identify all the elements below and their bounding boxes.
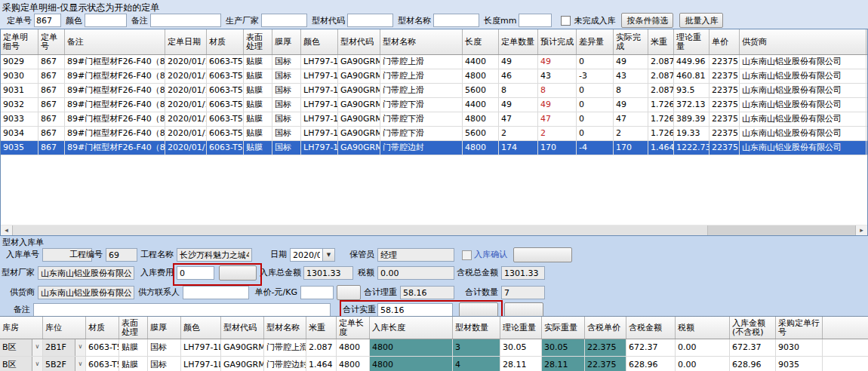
column-header[interactable]: 供货商 <box>740 29 866 54</box>
column-header[interactable]: 型材代码 <box>221 317 264 339</box>
column-header[interactable]: 型材名称 <box>264 317 306 339</box>
inbound-confirm-label: 入库确认 <box>474 248 507 262</box>
actual-weight-share-button[interactable] <box>459 302 498 317</box>
order-row[interactable]: 903286789#门框型材F26-F40（866+867）2020/01/13… <box>1 98 867 112</box>
column-header[interactable]: 入库长度 <box>370 317 453 339</box>
column-header[interactable]: 实际完成 <box>614 29 648 54</box>
column-header[interactable]: 税额 <box>676 317 730 339</box>
order-row[interactable]: 902986789#门框型材F26-F40（866+867）2020/01/13… <box>1 55 867 69</box>
column-header[interactable]: 型材名称 <box>380 29 463 54</box>
column-header[interactable]: 型材数量 <box>453 317 500 339</box>
horizontal-scrollbar[interactable]: ◂ ▸ <box>1 225 867 235</box>
column-header[interactable]: 定单数量 <box>499 29 538 54</box>
column-header[interactable]: 表面处理 <box>119 317 148 339</box>
filter-input-color[interactable] <box>85 14 127 27</box>
filter-by-condition-button[interactable]: 按条件筛选 <box>621 13 673 28</box>
column-header[interactable]: 表面处理 <box>244 29 272 54</box>
column-header[interactable]: 单价 <box>709 29 740 54</box>
column-header[interactable]: 型材代码 <box>338 29 380 54</box>
filter-input-remark[interactable] <box>150 14 221 27</box>
table-cell: 4800 <box>463 69 499 83</box>
unfinished-inbound-checkbox[interactable] <box>561 16 571 26</box>
column-header[interactable]: 长度 <box>463 29 499 54</box>
combo-cell[interactable]: 2B1F∨ <box>43 339 86 356</box>
filter-input-manufacturer[interactable] <box>261 14 307 27</box>
split-location-button[interactable] <box>504 302 543 317</box>
inbound-fee-field[interactable] <box>177 266 214 280</box>
keeper-field[interactable] <box>377 248 454 262</box>
batch-inbound-button[interactable]: 批量入库 <box>679 13 723 28</box>
project-no-field[interactable] <box>106 248 137 262</box>
chevron-down-icon[interactable]: ∨ <box>32 357 42 371</box>
inbound-confirm-checkbox[interactable] <box>462 250 472 260</box>
entry-row[interactable]: B区∨5B2F∨6063-T5贴膜国标LH797-1LL0GA90GRM05门带… <box>0 357 868 371</box>
column-header[interactable]: 定单明细号 <box>1 29 38 54</box>
inbound-total-field[interactable] <box>303 266 353 280</box>
column-header[interactable]: 预计完成 <box>538 29 577 54</box>
total-actual-field[interactable] <box>377 303 453 317</box>
order-row[interactable]: 903386789#门框型材F26-F40（866+867）2020/01/13… <box>1 112 867 127</box>
column-header[interactable]: 入库金额(不含税) <box>730 317 776 339</box>
combo-cell[interactable]: B区∨ <box>0 339 43 356</box>
scrollbar-thumb[interactable] <box>13 225 708 235</box>
column-header[interactable]: 膜厚 <box>272 29 301 54</box>
order-row[interactable]: 903586789#门框型材F26-F40（866+867）2020/01/13… <box>1 141 867 155</box>
column-header[interactable]: 米重 <box>306 317 337 339</box>
combo-cell[interactable]: 5B2F∨ <box>43 357 86 371</box>
calendar-dropdown-icon[interactable]: ▼ <box>323 248 335 262</box>
filter-input-order-no[interactable] <box>34 14 61 27</box>
column-header[interactable]: 定单日期 <box>165 29 207 54</box>
order-row[interactable]: 903186789#门框型材F26-F40（866+867）2020/01/13… <box>1 84 867 98</box>
column-header[interactable]: 膜厚 <box>148 317 181 339</box>
entry-row[interactable]: B区∨2B1F∨6063-T5贴膜国标LH797-1LL0GA90GRM03门带… <box>0 339 868 357</box>
scroll-right-button[interactable]: ▸ <box>855 225 867 235</box>
order-row[interactable]: 903486789#门框型材F26-F40（866+867）2020/01/13… <box>1 127 867 141</box>
column-header[interactable]: 含税金额 <box>626 317 676 339</box>
total-qty-field[interactable] <box>501 286 545 299</box>
total-theory-field[interactable] <box>400 286 454 299</box>
supplier-contact-field[interactable] <box>183 286 249 299</box>
filter-input-profile-code[interactable] <box>347 14 393 27</box>
column-header[interactable]: 定单长度 <box>337 317 370 339</box>
column-header[interactable]: 颜色 <box>301 29 338 54</box>
column-header[interactable]: 含税单价 <box>585 317 626 339</box>
combo-cell[interactable]: B区∨ <box>0 357 43 371</box>
column-header[interactable]: 颜色 <box>181 317 221 339</box>
fee-share-button[interactable] <box>219 265 257 281</box>
project-name-field[interactable] <box>177 248 252 262</box>
chevron-down-icon[interactable]: ∨ <box>75 357 85 371</box>
table-cell: 门带腔下滑 <box>380 127 463 140</box>
table-cell: 628.96 <box>626 357 676 371</box>
chevron-down-icon[interactable]: ∨ <box>32 339 42 356</box>
column-header[interactable]: 实际重量 <box>542 317 585 339</box>
copy-location-button[interactable] <box>513 247 572 262</box>
column-header[interactable]: 材质 <box>86 317 119 339</box>
column-header[interactable]: 库房 <box>0 317 43 339</box>
date-field[interactable] <box>290 248 323 262</box>
column-header[interactable]: 理论重量 <box>674 29 709 54</box>
column-header[interactable]: 材质 <box>207 29 244 54</box>
factory-field[interactable] <box>38 266 134 280</box>
order-row[interactable]: 903086789#门框型材F26-F40（866+867）2020/01/13… <box>1 69 867 84</box>
column-header[interactable]: 库位 <box>43 317 86 339</box>
column-header[interactable]: 定单号 <box>38 29 65 54</box>
column-header[interactable]: 理论重量 <box>500 317 542 339</box>
filter-input-profile-name[interactable] <box>433 14 479 27</box>
table-cell: LH797-1LL0 <box>301 84 338 97</box>
scroll-left-button[interactable]: ◂ <box>1 225 13 235</box>
remark-field[interactable] <box>33 303 331 317</box>
scrollbar-track[interactable] <box>708 225 855 235</box>
chevron-down-icon[interactable]: ∨ <box>75 339 85 356</box>
unit-price-field[interactable] <box>300 286 334 299</box>
project-name-label: 工程名称 <box>140 248 174 262</box>
tax-total-field[interactable] <box>501 266 545 280</box>
supplier-field[interactable] <box>38 286 134 299</box>
column-header[interactable]: 差异量 <box>577 29 614 54</box>
column-header[interactable]: 备注 <box>65 29 165 54</box>
column-header[interactable]: 米重 <box>648 29 674 54</box>
table-cell: 4800 <box>463 112 499 126</box>
reset-button[interactable] <box>337 285 361 300</box>
tax-field[interactable] <box>377 266 454 280</box>
filter-input-length-mm[interactable] <box>519 14 552 27</box>
column-header[interactable]: 采购定单行号 <box>776 317 823 339</box>
